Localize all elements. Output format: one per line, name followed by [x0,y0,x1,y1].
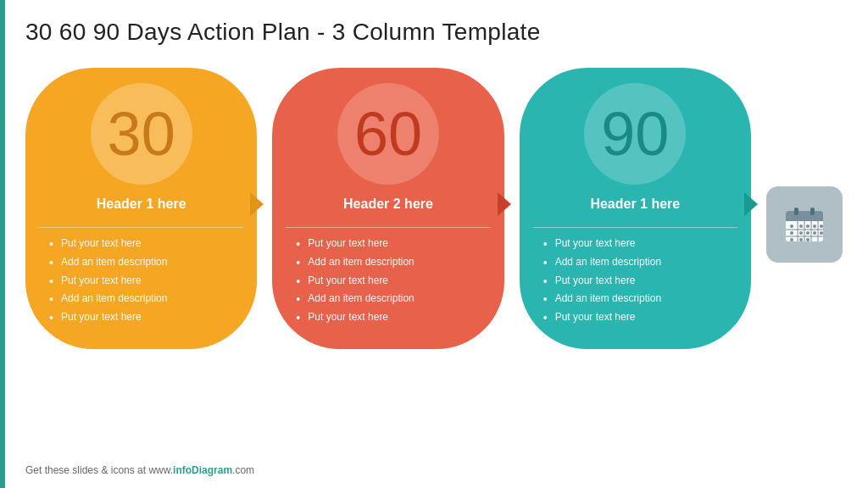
list-item: Put your text here [49,274,240,288]
svg-point-20 [799,238,803,241]
left-accent [0,0,5,488]
list-item: Put your text here [49,310,240,324]
column-card-30: 30 Header 1 here Put your text here Add … [25,68,257,349]
svg-point-16 [806,231,810,235]
footer-prefix: Get these slides & icons at www. [25,464,173,476]
list-item: Put your text here [296,310,487,324]
svg-rect-2 [786,218,823,221]
list-item: Put your text here [296,274,487,288]
svg-point-17 [813,231,816,235]
list-item: Put your text here [543,274,734,288]
svg-point-11 [806,225,810,228]
svg-rect-22 [794,208,798,215]
header-section-30: Header 1 here [25,197,257,212]
divider-90 [533,227,737,228]
svg-point-9 [790,225,793,228]
footer-brand: infoDiagram [173,464,232,476]
svg-point-15 [799,231,803,235]
list-item: Add an item description [543,255,734,269]
circle-30: 30 [91,83,192,185]
list-item: Put your text here [49,236,240,251]
divider-60 [286,227,490,228]
page-title: 30 60 90 Days Action Plan - 3 Column Tem… [25,19,541,46]
list-item: Put your text here [296,236,487,251]
footer-suffix: .com [232,464,254,476]
number-90: 90 [601,103,669,164]
calendar-icon [782,202,826,247]
arrow-60 [498,192,511,216]
circle-60: 60 [337,83,439,185]
list-item: Put your text here [543,236,734,251]
svg-point-13 [820,225,823,228]
column-card-90: 90 Header 1 here Put your text here Add … [520,68,751,349]
header-section-90: Header 1 here [520,197,751,212]
svg-point-10 [799,225,803,228]
list-item: Put your text here [543,310,734,324]
number-60: 60 [354,103,422,164]
header-section-60: Header 2 here [272,197,504,212]
calendar-box [766,186,843,263]
header-text-90: Header 1 here [590,197,680,212]
list-item: Add an item description [296,255,487,269]
columns-container: 30 Header 1 here Put your text here Add … [25,68,843,349]
footer: Get these slides & icons at www.infoDiag… [25,464,254,476]
svg-rect-23 [810,208,815,215]
header-text-30: Header 1 here [97,197,186,212]
arrow-90 [744,192,758,216]
header-text-60: Header 2 here [343,197,433,212]
circle-90: 90 [584,83,686,185]
svg-point-14 [790,231,793,235]
bullet-list-60: Put your text here Add an item descripti… [272,236,504,329]
divider-30 [39,227,243,228]
column-card-60: 60 Header 2 here Put your text here Add … [272,68,504,349]
svg-point-19 [790,238,793,241]
bullet-list-30: Put your text here Add an item descripti… [25,236,257,329]
list-item: Add an item description [543,291,734,306]
list-item: Add an item description [296,291,487,306]
bullet-list-90: Put your text here Add an item descripti… [520,236,751,329]
svg-point-12 [813,225,816,228]
list-item: Add an item description [49,255,240,269]
list-item: Add an item description [49,291,240,306]
svg-point-18 [820,231,823,235]
arrow-30 [250,192,264,216]
svg-point-21 [806,238,810,241]
number-30: 30 [108,103,175,164]
